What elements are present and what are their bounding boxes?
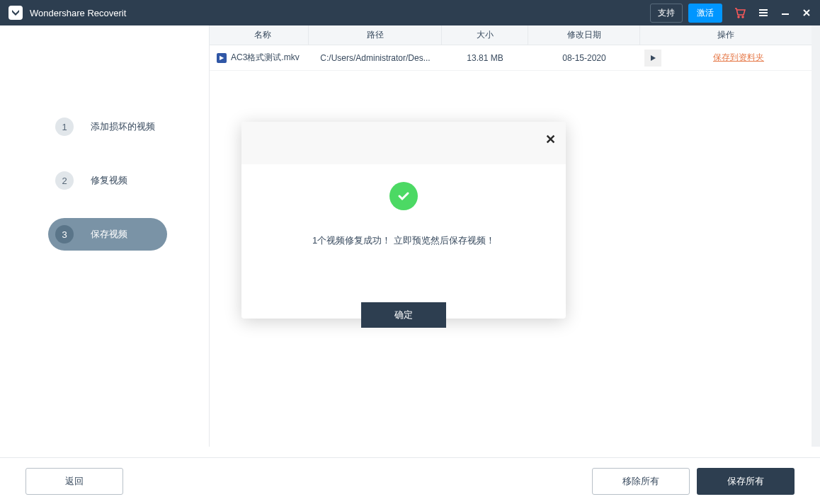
hamburger-menu-icon[interactable]	[758, 7, 769, 18]
file-name-text: AC3格式测试.mkv	[231, 52, 300, 64]
cart-icon[interactable]	[734, 6, 746, 19]
sidebar-step-repair[interactable]: 2 修复视频	[0, 164, 209, 197]
title-bar: Wondershare Recoverit 支持 激活	[0, 0, 820, 25]
success-dialog: ✕ 1个视频修复成功！ 立即预览然后保存视频！ 确定	[241, 122, 566, 319]
header-path: 路径	[309, 25, 442, 45]
svg-point-0	[738, 16, 739, 18]
header-action: 操作	[640, 25, 812, 45]
play-icon	[649, 55, 656, 62]
table-header: 名称 路径 大小 修改日期 操作	[210, 25, 812, 45]
video-file-icon: ▶	[217, 53, 227, 63]
close-icon[interactable]	[802, 8, 812, 18]
step-label: 保存视频	[91, 228, 127, 241]
step-number: 1	[55, 118, 74, 136]
dialog-header	[241, 122, 566, 164]
sidebar-step-add[interactable]: 1 添加损坏的视频	[0, 110, 209, 143]
save-to-folder-link[interactable]: 保存到资料夹	[713, 52, 764, 64]
dialog-ok-button[interactable]: 确定	[361, 302, 446, 328]
back-button[interactable]: 返回	[25, 468, 123, 495]
activate-button[interactable]: 激活	[688, 4, 722, 23]
remove-all-button[interactable]: 移除所有	[592, 468, 690, 495]
app-logo-icon	[8, 6, 23, 20]
vertical-scrollbar[interactable]	[812, 25, 820, 447]
cell-path: C:/Users/Administrator/Des...	[309, 45, 442, 70]
minimize-icon[interactable]	[780, 8, 790, 18]
sidebar-step-save[interactable]: 3 保存视频	[48, 218, 167, 251]
success-check-icon	[389, 182, 418, 210]
cell-name: ▶ AC3格式测试.mkv	[210, 45, 309, 70]
save-all-button[interactable]: 保存所有	[697, 468, 795, 495]
dialog-message: 1个视频修复成功！ 立即预览然后保存视频！	[241, 234, 566, 247]
cell-action: 保存到资料夹	[666, 45, 812, 70]
cell-size: 13.81 MB	[442, 45, 528, 70]
header-date: 修改日期	[528, 25, 640, 45]
table-row[interactable]: ▶ AC3格式测试.mkv C:/Users/Administrator/Des…	[210, 45, 812, 71]
cell-date: 08-15-2020	[528, 45, 640, 70]
cell-play	[640, 45, 666, 70]
play-button[interactable]	[644, 50, 661, 67]
step-number: 3	[55, 225, 74, 244]
app-title: Wondershare Recoverit	[30, 8, 644, 18]
dialog-close-button[interactable]: ✕	[545, 132, 556, 147]
header-name: 名称	[210, 25, 309, 45]
support-button[interactable]: 支持	[650, 4, 683, 23]
svg-point-1	[742, 16, 744, 18]
header-size: 大小	[442, 25, 528, 45]
step-number: 2	[55, 171, 74, 190]
footer: 返回 移除所有 保存所有	[0, 457, 820, 504]
step-label: 修复视频	[91, 174, 127, 187]
sidebar: 1 添加损坏的视频 2 修复视频 3 保存视频	[0, 25, 209, 447]
step-label: 添加损坏的视频	[91, 120, 155, 133]
